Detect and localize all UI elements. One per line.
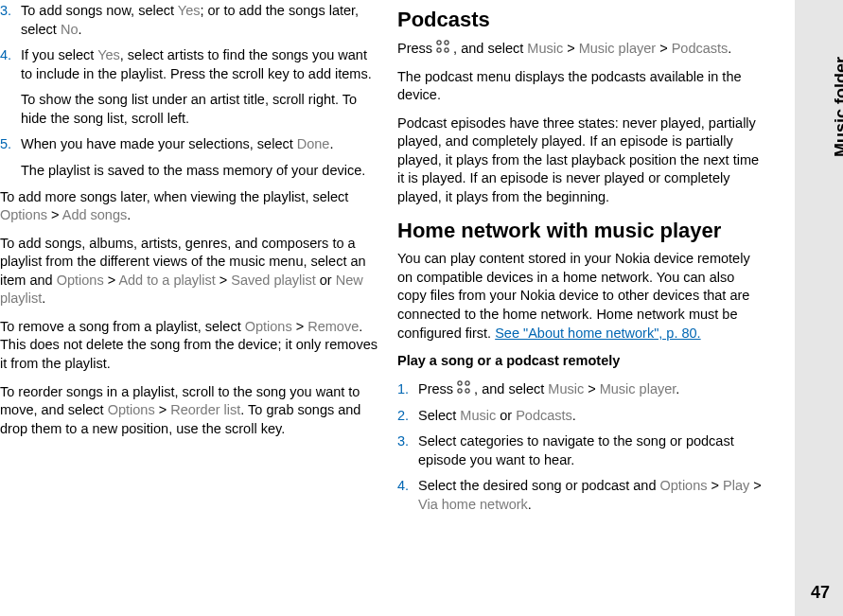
menu-options: Options: [57, 273, 104, 288]
right-column: Podcasts Press , and select Music > Musi…: [388, 0, 776, 523]
menu-add-to-playlist: Add to a playlist: [118, 273, 215, 288]
menu-reorder-list: Reorder list: [170, 402, 240, 417]
step-number: 2.: [397, 407, 418, 426]
step-sub: The playlist is saved to the mass memory…: [21, 162, 378, 181]
section-label: Music folder: [832, 57, 843, 157]
paragraph: Press , and select Music > Music player …: [397, 40, 766, 59]
menu-remove: Remove: [307, 319, 359, 334]
option-done: Done: [297, 136, 330, 151]
menu-music-player: Music player: [600, 381, 676, 396]
step-text: To add songs now, select Yes; or to add …: [21, 2, 378, 39]
menu-music: Music: [548, 381, 584, 396]
paragraph: To remove a song from a playlist, select…: [0, 318, 378, 374]
svg-rect-7: [465, 389, 469, 393]
paragraph: The podcast menu displays the podcasts a…: [397, 68, 766, 105]
paragraph: Podcast episodes have three states: neve…: [397, 114, 766, 207]
heading-home-network: Home network with music player: [397, 217, 766, 245]
step-text: Select the desired song or podcast and O…: [418, 477, 766, 514]
list-item: 5. When you have made your selections, s…: [0, 135, 378, 180]
menu-saved-playlist: Saved playlist: [231, 273, 315, 288]
svg-rect-1: [445, 41, 448, 44]
menu-podcasts: Podcasts: [672, 41, 729, 56]
paragraph: To add songs, albums, artists, genres, a…: [0, 235, 378, 308]
page-content: 3. To add songs now, select Yes; or to a…: [0, 0, 795, 523]
step-number: 1.: [397, 380, 418, 399]
menu-podcasts: Podcasts: [516, 408, 572, 423]
svg-rect-5: [465, 381, 469, 385]
step-number: 3.: [397, 432, 418, 469]
option-no: No: [61, 22, 79, 37]
menu-options: Options: [0, 207, 47, 222]
list-item: 3. Select categories to navigate to the …: [397, 432, 766, 469]
heading-podcasts: Podcasts: [397, 6, 766, 34]
page-number: 47: [811, 583, 830, 603]
step-sub: To show the song list under an artist ti…: [21, 91, 378, 128]
menu-options: Options: [660, 478, 708, 493]
remote-play-steps: 1. Press , and select Music > Music play…: [397, 380, 766, 515]
step-text: Select categories to navigate to the son…: [418, 432, 766, 469]
menu-play: Play: [723, 478, 749, 493]
paragraph: You can play content stored in your Noki…: [397, 250, 766, 343]
list-item: 4. If you select Yes, select artists to …: [0, 46, 378, 128]
steps-list-continued: 3. To add songs now, select Yes; or to a…: [0, 2, 378, 181]
svg-rect-3: [445, 48, 448, 52]
svg-rect-0: [437, 41, 441, 44]
step-text: Select Music or Podcasts.: [418, 407, 766, 426]
paragraph: To reorder songs in a playlist, scroll t…: [0, 383, 378, 439]
menu-music: Music: [460, 408, 496, 423]
svg-rect-2: [437, 48, 441, 52]
menu-music: Music: [527, 41, 563, 56]
step-number: 4.: [397, 477, 418, 514]
menu-music-player: Music player: [579, 41, 656, 56]
cross-ref-link[interactable]: See "About home network", p. 80.: [495, 326, 700, 341]
step-number: 3.: [0, 2, 21, 39]
list-item: 3. To add songs now, select Yes; or to a…: [0, 2, 378, 39]
option-yes: Yes: [178, 3, 201, 18]
menu-key-icon: [457, 380, 470, 399]
step-number: 5.: [0, 135, 21, 180]
svg-rect-6: [458, 389, 462, 393]
paragraph: To add more songs later, when viewing th…: [0, 188, 378, 225]
list-item: 4. Select the desired song or podcast an…: [397, 477, 766, 514]
option-yes: Yes: [97, 47, 120, 62]
step-text: If you select Yes, select artists to fin…: [21, 46, 378, 128]
list-item: 2. Select Music or Podcasts.: [397, 407, 766, 426]
menu-add-songs: Add songs: [62, 207, 128, 222]
step-number: 4.: [0, 46, 21, 128]
heading-play-remotely: Play a song or a podcast remotely: [397, 352, 766, 371]
list-item: 1. Press , and select Music > Music play…: [397, 380, 766, 399]
menu-options: Options: [245, 319, 292, 334]
left-column: 3. To add songs now, select Yes; or to a…: [0, 0, 388, 523]
step-text: When you have made your selections, sele…: [21, 135, 378, 180]
menu-key-icon: [436, 40, 449, 59]
menu-via-home-network: Via home network: [418, 497, 528, 512]
step-text: Press , and select Music > Music player.: [418, 380, 766, 399]
menu-options: Options: [108, 402, 155, 417]
svg-rect-4: [458, 381, 462, 385]
